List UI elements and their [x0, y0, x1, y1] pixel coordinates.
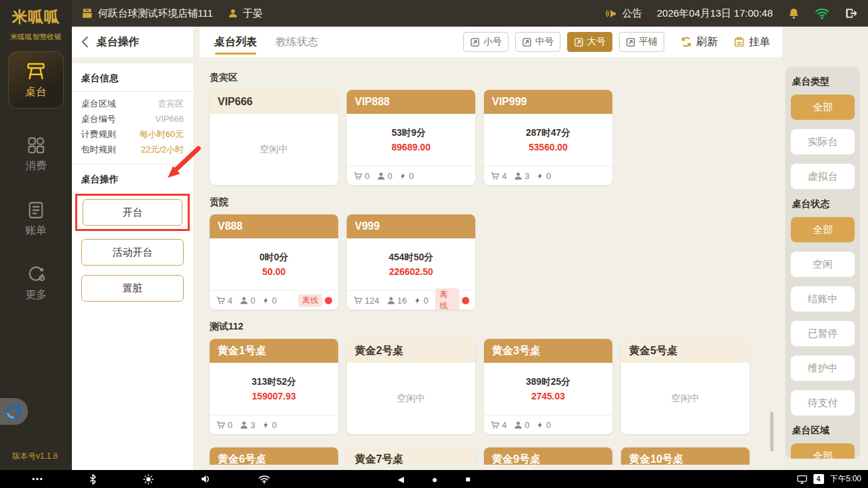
power-stat: 0: [537, 420, 550, 430]
sidebar-item-bills[interactable]: 账单: [0, 200, 72, 238]
card-size-button[interactable]: 小号: [463, 32, 509, 52]
table-card[interactable]: 黄金3号桌 389时25分 2745.03 4 0 0: [484, 339, 612, 434]
table-card[interactable]: V999 454时50分 226602.50 124 16 0 离线: [347, 214, 475, 310]
table-group-label: 测试112: [210, 321, 782, 333]
logout-icon[interactable]: [844, 7, 859, 20]
power-stat: 0: [262, 296, 276, 306]
filter-option[interactable]: 全部: [791, 217, 855, 242]
sidebar-item-label: 桌台: [25, 85, 47, 99]
table-card[interactable]: VIP666 空闲中: [210, 90, 338, 185]
announcement-button[interactable]: 公告: [605, 7, 642, 20]
recents-count-badge[interactable]: 4: [813, 474, 824, 484]
tab-coach-status[interactable]: 教练状态: [276, 27, 318, 57]
card-size-button[interactable]: 平铺: [619, 32, 664, 52]
table-card[interactable]: 黄金9号桌: [484, 447, 612, 465]
players-count: 16: [397, 296, 407, 306]
action-button-wrap: 开台: [75, 194, 190, 231]
table-card[interactable]: 黄金6号桌: [210, 447, 338, 465]
floating-assistive-handle[interactable]: [0, 398, 28, 425]
cart-stat: 0: [216, 420, 232, 430]
card-size-button[interactable]: 大号: [567, 32, 612, 52]
filter-option[interactable]: 待支付: [791, 390, 855, 415]
action-button[interactable]: 置脏: [81, 275, 184, 302]
sidebar-item-tables[interactable]: 桌台: [8, 51, 64, 109]
table-card[interactable]: V888 0时0分 50.00 4 0 0 离线: [210, 214, 338, 310]
filter-option[interactable]: 结账中: [791, 286, 855, 312]
recents-button[interactable]: ■: [465, 475, 470, 483]
table-card[interactable]: 黄金7号桌: [347, 447, 475, 465]
refresh-icon: [680, 36, 692, 48]
players-count: 0: [525, 420, 529, 430]
table-elapsed-time: 313时52分: [252, 376, 296, 388]
table-card[interactable]: 黄金10号桌: [621, 447, 750, 465]
table-operation-panel: 桌台操作 桌台信息 桌台区域 贵宾区 桌台编号 VIP666 计费规则 每小时6…: [72, 27, 193, 470]
cart-stat: 4: [216, 296, 232, 306]
notification-bell-icon[interactable]: [787, 7, 800, 20]
sidebar-item-consume[interactable]: 消费: [0, 135, 72, 173]
sidebar-item-label: 更多: [25, 288, 47, 302]
action-button[interactable]: 开台: [83, 199, 182, 226]
power-stat: 0: [414, 296, 428, 306]
volume-icon[interactable]: [200, 474, 212, 484]
table-card-header: 黄金6号桌: [210, 447, 338, 465]
wifi-small-icon[interactable]: [258, 475, 270, 484]
lightning-icon: [262, 421, 270, 429]
display-icon[interactable]: [797, 475, 807, 484]
table-name: V888: [218, 220, 242, 232]
hold-order-button[interactable]: 挂单: [734, 35, 770, 49]
panel-body: 桌台信息 桌台区域 贵宾区 桌台编号 VIP666 计费规则 每小时60元 包时…: [72, 63, 193, 470]
table-card-footer: 4 0 0: [484, 415, 612, 434]
brightness-icon[interactable]: [143, 474, 154, 485]
filter-option[interactable]: 全部: [791, 443, 855, 459]
app-logo-subtitle: 米呱呱智慧收银: [11, 32, 62, 42]
sidebar-item-label: 账单: [25, 224, 47, 238]
filter-option[interactable]: 实际台: [791, 129, 855, 154]
tab-table-list[interactable]: 桌台列表: [214, 27, 257, 57]
wifi-status-icon[interactable]: [815, 7, 829, 19]
bluetooth-icon[interactable]: [89, 474, 97, 485]
cart-icon: [353, 171, 363, 180]
table-card[interactable]: 黄金2号桌 空闲中: [347, 339, 475, 434]
table-card[interactable]: 黄金5号桌 空闲中: [621, 339, 750, 434]
cart-stat: 0: [353, 171, 369, 181]
back-button[interactable]: ◀: [398, 475, 404, 483]
current-user[interactable]: 于晏: [228, 7, 263, 20]
filter-option[interactable]: 维护中: [791, 356, 855, 381]
filter-section-title: 桌台状态: [792, 198, 855, 210]
person-icon: [240, 421, 248, 429]
power-count: 0: [409, 171, 413, 181]
table-card-area[interactable]: 贵宾区 VIP666 空闲中 VIP888 53时9分 89689.00 0: [193, 57, 782, 465]
consume-grid-icon: [26, 135, 46, 155]
person-icon: [387, 296, 395, 305]
filter-option[interactable]: 全部: [791, 95, 855, 120]
table-card[interactable]: VIP888 53时9分 89689.00 0 0 0: [347, 90, 475, 185]
table-group: 测试112 黄金1号桌 313时52分 159007.93 0 3 0: [210, 321, 782, 465]
sidebar-item-more[interactable]: 更多: [0, 264, 72, 302]
sync-icon: [5, 403, 22, 420]
action-button[interactable]: 活动开台: [81, 239, 184, 266]
home-button[interactable]: ●: [432, 475, 437, 484]
back-chevron-icon[interactable]: [81, 36, 89, 48]
refresh-button[interactable]: 刷新: [680, 35, 718, 49]
offline-dot: [325, 297, 332, 304]
sidebar-item-label: 消费: [25, 159, 47, 173]
table-card[interactable]: VIP999 287时47分 53560.00 4 3 0: [484, 90, 612, 185]
table-actions: 开台 活动开台 置脏: [72, 192, 193, 312]
table-card-header: 黄金7号桌: [347, 447, 475, 465]
overflow-dots-icon[interactable]: [32, 477, 43, 481]
table-info-title: 桌台信息: [72, 63, 193, 91]
table-amount: 2745.03: [526, 391, 570, 401]
filter-option[interactable]: 虚拟台: [791, 164, 855, 189]
table-card[interactable]: 黄金1号桌 313时52分 159007.93 0 3 0: [210, 339, 338, 434]
card-size-button[interactable]: 中号: [515, 32, 560, 52]
filter-option[interactable]: 空闲: [791, 252, 855, 277]
info-value: VIP666: [155, 111, 184, 126]
person-icon: [514, 421, 523, 429]
scrollbar-thumb[interactable]: [770, 411, 773, 451]
table-name: V999: [355, 220, 379, 232]
filter-option[interactable]: 已暂停: [791, 321, 855, 346]
table-name: 黄金5号桌: [629, 344, 678, 358]
table-icon: [25, 61, 47, 81]
table-info-row: 桌台编号 VIP666: [81, 111, 184, 126]
more-icon: [26, 264, 46, 284]
